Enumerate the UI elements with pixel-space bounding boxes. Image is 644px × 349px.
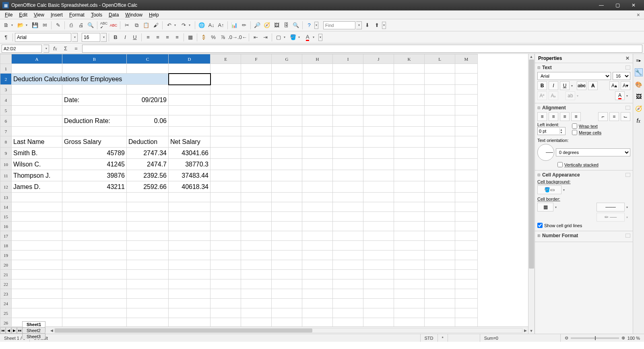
font-size-combo[interactable]	[82, 33, 100, 42]
cell-B9[interactable]: 45789	[62, 148, 127, 159]
cell-G25[interactable]	[272, 308, 302, 318]
cell-M11[interactable]	[455, 170, 478, 181]
cell-D20[interactable]	[169, 260, 211, 270]
cell-K14[interactable]	[394, 202, 425, 212]
cell-K17[interactable]	[394, 231, 425, 241]
cell-I21[interactable]	[333, 270, 363, 279]
cell-D19[interactable]	[169, 250, 211, 260]
row-header-10[interactable]: 10	[0, 159, 12, 170]
cell-B11[interactable]: 39876	[62, 170, 127, 181]
cell-B12[interactable]: 43211	[62, 181, 127, 193]
cell-F5[interactable]	[241, 106, 272, 115]
cell-A21[interactable]	[12, 270, 62, 279]
cell-C7[interactable]	[127, 127, 169, 136]
font-color-button[interactable]: A	[303, 33, 312, 42]
cell-H6[interactable]	[302, 115, 333, 127]
cell-M3[interactable]	[455, 85, 478, 94]
number-format-more[interactable]	[625, 234, 630, 238]
zoom-in-icon[interactable]: ⊕	[621, 335, 625, 341]
sort-asc-button[interactable]: A↓	[207, 21, 216, 30]
cell-L25[interactable]	[425, 308, 455, 318]
cell-M15[interactable]	[455, 212, 478, 222]
hscroll-track[interactable]	[54, 328, 522, 333]
col-header-I[interactable]: I	[333, 54, 363, 64]
cell-L20[interactable]	[425, 260, 455, 270]
cell-J5[interactable]	[363, 106, 394, 115]
cell-D5[interactable]	[169, 106, 211, 115]
font-size-dropdown[interactable]: ▾	[101, 33, 107, 42]
cell-L19[interactable]	[425, 250, 455, 260]
cell-H8[interactable]	[302, 136, 333, 148]
cell-G18[interactable]	[272, 241, 302, 250]
formula-input[interactable]	[82, 45, 642, 53]
cell-A12[interactable]: James D.	[12, 181, 62, 193]
cell-K3[interactable]	[394, 85, 425, 94]
row-header-11[interactable]: 11	[0, 170, 12, 181]
row-header-8[interactable]: 8	[0, 136, 12, 148]
cell-A24[interactable]	[12, 299, 62, 308]
cell-J24[interactable]	[363, 299, 394, 308]
cell-E8[interactable]	[211, 136, 241, 148]
cell-B14[interactable]	[62, 202, 127, 212]
cell-F21[interactable]	[241, 270, 272, 279]
col-header-J[interactable]: J	[363, 54, 394, 64]
cell-C5[interactable]	[127, 106, 169, 115]
cell-A5[interactable]	[12, 106, 62, 115]
tab-nav-last[interactable]: ⏭	[17, 327, 23, 334]
row-header-19[interactable]: 19	[0, 250, 12, 260]
cell-M10[interactable]	[455, 159, 478, 170]
cell-B25[interactable]	[62, 308, 127, 318]
cell-B16[interactable]	[62, 222, 127, 231]
cell-E19[interactable]	[211, 250, 241, 260]
cell-G26[interactable]	[272, 318, 302, 327]
row-header-7[interactable]: 7	[0, 127, 12, 136]
sb-shadow-button[interactable]: A	[588, 81, 598, 90]
sidebar-properties-icon[interactable]: 🔧	[635, 68, 643, 76]
cell-B5[interactable]	[62, 106, 127, 115]
col-header-C[interactable]: C	[127, 54, 169, 64]
cell-M14[interactable]	[455, 202, 478, 212]
row-header-4[interactable]: 4	[0, 94, 12, 106]
cell-I12[interactable]	[333, 181, 363, 193]
cell-M20[interactable]	[455, 260, 478, 270]
close-document-button[interactable]: ×	[634, 12, 642, 18]
sb-valign-middle[interactable]: =	[609, 112, 619, 121]
row-header-26[interactable]: 26	[0, 318, 12, 327]
cell-C22[interactable]	[127, 279, 169, 289]
cell-G13[interactable]	[272, 193, 302, 202]
cell-M2[interactable]	[455, 74, 478, 85]
merge-cells-checkbox[interactable]	[572, 130, 577, 135]
cell-E15[interactable]	[211, 212, 241, 222]
cell-I4[interactable]	[333, 94, 363, 106]
cell-A4[interactable]	[12, 94, 62, 106]
sb-align-left[interactable]: ≡	[537, 112, 547, 121]
cell-E20[interactable]	[211, 260, 241, 270]
increase-indent-button[interactable]: ⇥	[261, 33, 270, 42]
left-indent-spinner[interactable]: 0 pt▲▼	[537, 127, 566, 135]
cell-J4[interactable]	[363, 94, 394, 106]
cell-E17[interactable]	[211, 231, 241, 241]
cell-C17[interactable]	[127, 231, 169, 241]
cell-J20[interactable]	[363, 260, 394, 270]
find-dropdown[interactable]: ▾	[356, 21, 362, 29]
cell-M18[interactable]	[455, 241, 478, 250]
cell-L5[interactable]	[425, 106, 455, 115]
auto-spellcheck-button[interactable]: ABC	[109, 21, 118, 30]
col-header-A[interactable]: A	[12, 54, 62, 64]
col-header-B[interactable]: B	[62, 54, 127, 64]
col-header-G[interactable]: G	[272, 54, 302, 64]
cell-E9[interactable]	[211, 148, 241, 159]
cell-M4[interactable]	[455, 94, 478, 106]
cell-L1[interactable]	[425, 64, 455, 74]
cell-E13[interactable]	[211, 193, 241, 202]
cell-F7[interactable]	[241, 127, 272, 136]
row-header-2[interactable]: 2	[0, 74, 12, 85]
row-header-13[interactable]: 13	[0, 193, 12, 202]
find-prev-button[interactable]: ⬆	[372, 21, 381, 30]
cell-B21[interactable]	[62, 270, 127, 279]
sb-shrink-font-button[interactable]: A▾	[621, 81, 630, 90]
cell-C23[interactable]	[127, 289, 169, 299]
cell-F8[interactable]	[241, 136, 272, 148]
hyperlink-button[interactable]: 🌐	[197, 21, 206, 30]
cell-L9[interactable]	[425, 148, 455, 159]
